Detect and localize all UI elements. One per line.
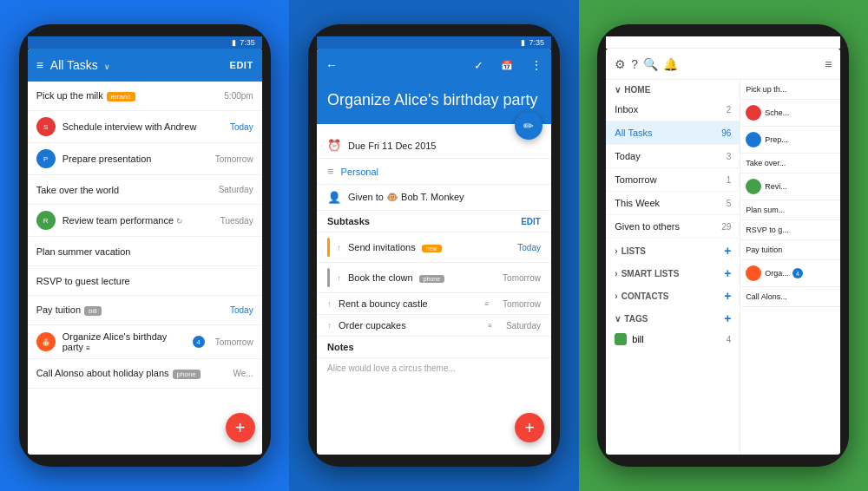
phone-right: ⚙ ? 🔍 🔔 ≡ ∨ HOME Inbox 2 [597, 24, 849, 467]
screen-left: ≡ All Tasks ∨ EDIT Pick up the milkerran… [28, 49, 262, 455]
task-item[interactable]: S Schedule interview with Andrew Today [28, 111, 262, 143]
preview-item: Pick up th... [740, 80, 840, 100]
chevron-right-icon: › [615, 246, 617, 256]
add-tag-button[interactable]: + [724, 311, 731, 325]
status-time-left: 7:35 [240, 38, 255, 47]
fab-left[interactable]: + [226, 413, 255, 442]
screen-middle: ← ✓ 📅 ⋮ Organize Alice's birthday party … [317, 49, 551, 455]
fab-middle[interactable]: + [515, 413, 544, 442]
add-contact-button[interactable]: + [724, 289, 731, 303]
due-date-row: ⏰ Due Fri 11 Dec 2015 [317, 133, 551, 159]
task-item[interactable]: Pick up the milkerrand 5:00pm [28, 82, 262, 111]
subtask-item[interactable]: ↑ Order cupcakes ≡ Saturday [317, 315, 551, 337]
clock-icon: ⏰ [327, 139, 341, 152]
drawer-content-preview: Pick up th... Sche... Prep... Take over.… [740, 80, 840, 455]
task-item[interactable]: Take over the world Saturday [28, 175, 262, 205]
back-button[interactable]: ← [326, 58, 338, 72]
badge-bill: bill [84, 306, 102, 316]
avatar [746, 132, 761, 147]
drawer-app-bar: ⚙ ? 🔍 🔔 ≡ [606, 49, 840, 80]
detail-app-bar: ← ✓ 📅 ⋮ [317, 49, 551, 82]
task-item[interactable]: Call Alonso about holiday plansphone We.… [28, 359, 262, 389]
subtask-count: 4 [792, 268, 803, 278]
task-item[interactable]: R Review team performance ↻ Tuesday [28, 205, 262, 237]
nav-item-today[interactable]: Today 3 [606, 145, 740, 168]
nav-item-this-week[interactable]: This Week 5 [606, 192, 740, 215]
subtask-item[interactable]: ↑ Book the clown phone Tomorrow [317, 263, 551, 293]
tag-color-bill [615, 333, 627, 345]
subtasks-edit-button[interactable]: EDIT [521, 217, 541, 226]
screen-right: ⚙ ? 🔍 🔔 ≡ ∨ HOME Inbox 2 [606, 49, 840, 455]
avatar: S [36, 117, 56, 136]
detail-title: Organize Alice's birthday party [317, 82, 551, 117]
section-lists: › LISTS + [606, 239, 740, 261]
app-bar-left: ≡ All Tasks ∨ EDIT [28, 49, 262, 82]
preview-item: Take over... [740, 154, 840, 173]
chevron-right-icon-smart: › [615, 269, 617, 278]
avatar: R [36, 211, 56, 230]
task-item[interactable]: Pay tuitionbill Today [28, 296, 262, 325]
calendar-icon[interactable]: 📅 [501, 60, 513, 71]
preview-item: RSVP to g... [740, 220, 840, 240]
subtask-bar [327, 268, 330, 287]
subtask-bar [327, 238, 330, 257]
status-bar-right [606, 36, 840, 49]
avatar [746, 265, 761, 281]
menu-icon-right[interactable]: ≡ [825, 57, 832, 71]
nav-item-given-to-others[interactable]: Given to others 29 [606, 215, 740, 239]
avatar [746, 179, 761, 194]
preview-item: Revi... [740, 173, 840, 200]
drawer-nav: ∨ HOME Inbox 2 All Tasks 96 Today 3 [606, 80, 740, 455]
menu-icon-left[interactable]: ≡ [36, 58, 43, 72]
panel-right: ⚙ ? 🔍 🔔 ≡ ∨ HOME Inbox 2 [579, 0, 868, 491]
task-item[interactable]: RSVP to guest lecture [28, 266, 262, 296]
preview-item: Prep... [740, 127, 840, 154]
task-item[interactable]: Plan summer vacation [28, 237, 262, 266]
subtask-item[interactable]: ↑ Send invitations new Today [317, 232, 551, 263]
notification-icon[interactable]: 🔔 [663, 57, 678, 71]
badge-phone: phone [173, 370, 201, 379]
section-contacts: › CONTACTS + [606, 284, 740, 306]
status-time-middle: 7:35 [529, 38, 544, 47]
battery-icon: ▮ [232, 38, 236, 47]
nav-item-inbox[interactable]: Inbox 2 [606, 98, 740, 121]
tag-item-bill[interactable]: bill 4 [606, 329, 740, 350]
preview-item: Call Alons... [740, 287, 840, 307]
subtasks-header: Subtasks EDIT [317, 211, 551, 232]
section-home: ∨ HOME [606, 80, 740, 98]
add-smart-list-button[interactable]: + [724, 266, 731, 280]
subtask-icon: ↑ [327, 321, 332, 331]
avatar: P [36, 149, 56, 168]
search-icon[interactable]: 🔍 [643, 57, 658, 71]
preview-item: Pay tuition [740, 240, 840, 260]
drawer-body: ∨ HOME Inbox 2 All Tasks 96 Today 3 [606, 80, 840, 455]
preview-item: Orga... 4 [740, 260, 840, 287]
subtask-icon: ↑ [337, 243, 341, 252]
nav-item-tomorrow[interactable]: Tomorrow 1 [606, 168, 740, 192]
check-icon[interactable]: ✓ [474, 59, 483, 72]
edit-button-left[interactable]: EDIT [230, 60, 253, 70]
task-list-left: Pick up the milkerrand 5:00pm S Schedule… [28, 82, 262, 455]
nav-item-all-tasks[interactable]: All Tasks 96 [606, 121, 740, 145]
list-icon: ≡ [327, 165, 334, 178]
app-title-left: All Tasks ∨ [50, 58, 223, 72]
task-item[interactable]: P Prepare presentation Tomorrow [28, 143, 262, 175]
assigned-row: 👤 Given to 🐵 Bob T. Monkey [317, 185, 551, 211]
chevron-down-icon: ∨ [615, 85, 621, 95]
panel-middle: ▮ 7:35 ← ✓ 📅 ⋮ Organize Alice's birthday… [289, 0, 578, 491]
task-item[interactable]: 🎂 Organize Alice's birthday party ≡ 4 To… [28, 325, 262, 359]
panel-left: ▮ 7:35 ≡ All Tasks ∨ EDIT Pick up the mi… [0, 0, 289, 491]
avatar: 🎂 [36, 332, 56, 351]
more-icon[interactable]: ⋮ [530, 58, 542, 72]
section-smart-lists: › SMART LISTS + [606, 261, 740, 284]
add-list-button[interactable]: + [724, 244, 731, 258]
list-row: ≡ Personal [317, 159, 551, 185]
notes-header: Notes [317, 337, 551, 358]
help-icon[interactable]: ? [631, 57, 638, 71]
settings-icon[interactable]: ⚙ [615, 57, 626, 71]
notes-placeholder: Alice would love a circus theme... [317, 358, 551, 378]
avatar [746, 105, 761, 121]
subtask-item[interactable]: ↑ Rent a bouncy castle ≡ Tomorrow [317, 293, 551, 315]
status-bar-left: ▮ 7:35 [28, 36, 262, 49]
badge-errand: errand [107, 92, 135, 101]
